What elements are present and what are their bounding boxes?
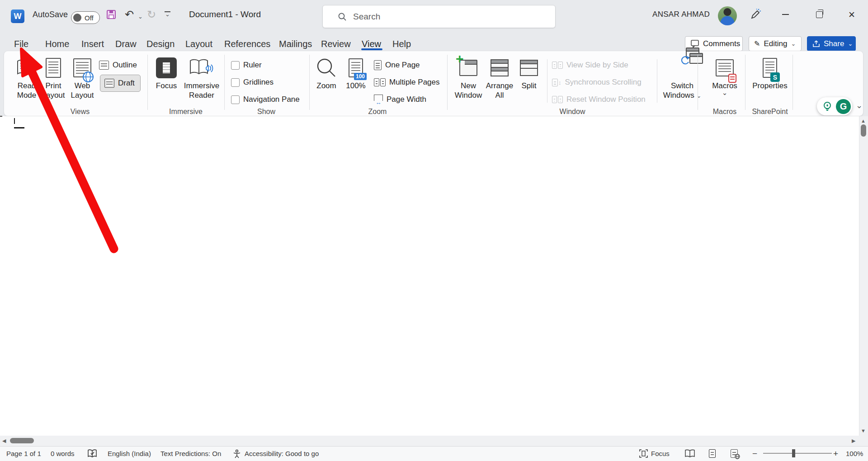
- grammarly-widget[interactable]: G: [817, 97, 852, 115]
- autosave-toggle[interactable]: Off: [71, 11, 100, 24]
- split-button[interactable]: Split: [518, 55, 540, 90]
- horizontal-scroll-thumb[interactable]: [10, 438, 34, 443]
- focus-button[interactable]: Focus: [153, 55, 179, 90]
- zoom-slider-thumb[interactable]: [792, 449, 795, 457]
- search-input[interactable]: Search: [322, 5, 556, 28]
- macros-button[interactable]: Macros ⌄: [710, 55, 739, 95]
- word-logo-letter: W: [14, 12, 22, 21]
- undo-button[interactable]: ↶: [125, 0, 134, 29]
- tab-draw[interactable]: Draw: [115, 37, 137, 51]
- tab-insert[interactable]: Insert: [81, 37, 104, 51]
- zoom-percentage[interactable]: 100%: [846, 446, 863, 461]
- tab-design[interactable]: Design: [146, 37, 175, 51]
- accessibility-status[interactable]: Accessibility: Good to go: [232, 446, 319, 461]
- draft-button-selected[interactable]: Draft: [100, 75, 141, 92]
- restore-button[interactable]: [809, 0, 830, 29]
- zoom-in-button[interactable]: +: [833, 446, 838, 461]
- whats-new-button[interactable]: [750, 0, 761, 29]
- gridlines-checkbox[interactable]: [231, 78, 240, 87]
- pen-sparkle-icon: [750, 9, 761, 20]
- one-page-icon: [374, 60, 382, 70]
- scroll-up-arrow[interactable]: ▲: [861, 118, 866, 124]
- zoom-slider-track[interactable]: [763, 453, 832, 454]
- scroll-down-arrow[interactable]: ▼: [861, 428, 866, 433]
- text-predictions-status[interactable]: Text Predictions: On: [160, 446, 221, 461]
- ruler-checkbox[interactable]: [231, 61, 240, 70]
- group-separator: [793, 55, 793, 110]
- close-button[interactable]: ✕: [841, 0, 862, 29]
- new-window-label: New Window: [454, 81, 482, 100]
- zoom-magnifier-icon: [316, 57, 337, 78]
- web-layout-button[interactable]: Web Layout: [67, 55, 97, 100]
- vertical-scroll-thumb[interactable]: [861, 124, 866, 137]
- tab-mailings[interactable]: Mailings: [279, 37, 312, 51]
- proofing-status-button[interactable]: [87, 446, 97, 461]
- switch-arrow-icon: [681, 56, 690, 65]
- properties-button[interactable]: S Properties: [751, 55, 789, 90]
- comments-label: Comments: [703, 39, 740, 48]
- search-placeholder: Search: [353, 12, 380, 22]
- tab-review[interactable]: Review: [321, 37, 351, 51]
- save-button[interactable]: [106, 0, 117, 29]
- avatar[interactable]: [718, 6, 737, 25]
- save-icon: [106, 9, 117, 20]
- autosave-label: AutoSave: [33, 0, 68, 29]
- page-indicator[interactable]: Page 1 of 1: [6, 446, 41, 461]
- share-button[interactable]: Share ⌄: [807, 36, 856, 51]
- zoom-button[interactable]: Zoom: [313, 55, 340, 90]
- view-side-by-side-label: View Side by Side: [566, 61, 628, 70]
- read-mode-label: Read Mode: [12, 81, 41, 100]
- horizontal-scrollbar[interactable]: [0, 436, 868, 446]
- properties-label: Properties: [752, 81, 787, 90]
- plus-icon: +: [456, 53, 464, 65]
- print-layout-view-button[interactable]: [709, 446, 716, 461]
- print-layout-icon: [46, 58, 61, 78]
- ruler-checkbox-item[interactable]: Ruler: [231, 58, 262, 72]
- tab-home[interactable]: Home: [45, 37, 69, 51]
- page-width-button[interactable]: ↔ Page Width: [374, 93, 426, 106]
- read-mode-view-button[interactable]: [684, 446, 695, 461]
- account-name[interactable]: ANSAR AHMAD: [652, 0, 710, 29]
- gridlines-checkbox-item[interactable]: Gridlines: [231, 76, 274, 89]
- multiple-pages-icon: [374, 78, 386, 86]
- ribbon-collapse-chevron[interactable]: ⌄: [856, 100, 863, 110]
- word-count[interactable]: 0 words: [51, 446, 75, 461]
- pencil-icon: ✎: [754, 39, 760, 48]
- word-app-icon[interactable]: W: [11, 10, 24, 23]
- navigation-pane-checkbox-item[interactable]: Navigation Pane: [231, 93, 300, 106]
- focus-view-button[interactable]: Focus: [639, 446, 670, 461]
- tab-help[interactable]: Help: [392, 37, 411, 51]
- tab-references[interactable]: References: [224, 37, 270, 51]
- document-canvas[interactable]: [0, 116, 859, 436]
- tab-file[interactable]: File: [14, 37, 28, 51]
- editing-mode-button[interactable]: ✎ Editing ⌄: [749, 36, 802, 51]
- one-page-button[interactable]: One Page: [374, 58, 420, 72]
- minimize-icon: [782, 14, 789, 15]
- multiple-pages-button[interactable]: Multiple Pages: [374, 76, 440, 89]
- zoom-out-button[interactable]: −: [752, 446, 757, 461]
- undo-icon: ↶: [125, 9, 134, 20]
- vertical-scrollbar[interactable]: [859, 116, 868, 436]
- undo-dropdown-chevron[interactable]: ⌄: [138, 2, 143, 31]
- navigation-pane-checkbox[interactable]: [231, 95, 240, 104]
- minimize-button[interactable]: [775, 0, 796, 29]
- print-layout-status-icon: [709, 449, 716, 458]
- customize-quick-access-button[interactable]: ⌄: [165, 0, 170, 29]
- web-layout-view-button[interactable]: [731, 446, 738, 461]
- sharepoint-s-icon: S: [770, 72, 780, 82]
- read-mode-button[interactable]: Read Mode: [12, 55, 41, 100]
- page-width-label: Page Width: [387, 95, 426, 104]
- immersive-reader-button[interactable]: Immersive Reader: [181, 55, 222, 100]
- print-layout-button[interactable]: Print Layout: [40, 55, 66, 100]
- accessibility-person-icon: [232, 449, 241, 458]
- scroll-left-arrow[interactable]: ◀: [2, 438, 6, 444]
- new-window-button[interactable]: + New Window: [454, 55, 482, 100]
- switch-windows-button[interactable]: Switch Windows ⌄: [662, 55, 702, 100]
- arrange-all-button[interactable]: Arrange All: [485, 55, 514, 100]
- scroll-right-arrow[interactable]: ▶: [852, 438, 855, 444]
- tab-layout[interactable]: Layout: [185, 37, 212, 51]
- zoom-100-button[interactable]: 100 100%: [342, 55, 369, 90]
- ribbon-view-tab-panel: Read Mode Print Layout Web Layout Outlin…: [4, 51, 863, 116]
- language-status[interactable]: English (India): [108, 446, 151, 461]
- outline-button[interactable]: Outline: [99, 58, 137, 72]
